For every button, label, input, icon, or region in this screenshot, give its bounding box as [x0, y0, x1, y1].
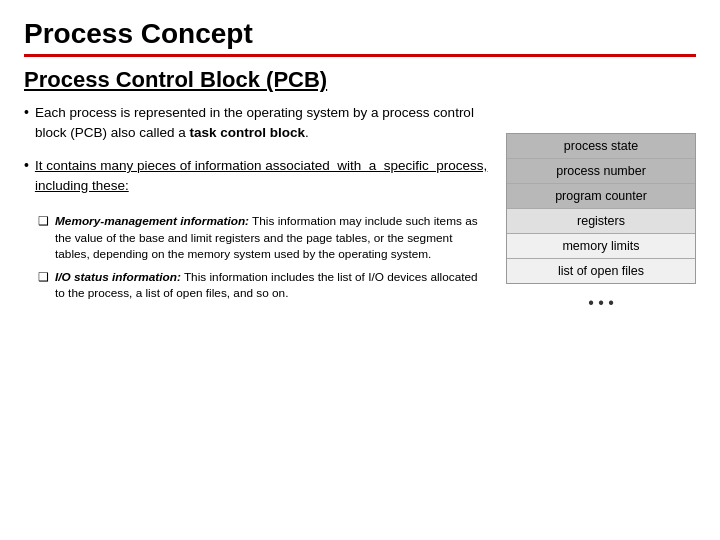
- sub-bullet-sym-2: ❑: [38, 270, 49, 284]
- pcb-dots: • • •: [506, 284, 696, 322]
- pcb-diagram: process state process number program cou…: [506, 133, 696, 322]
- bullet-2: • It contains many pieces of information…: [24, 156, 490, 195]
- main-title: Process Concept: [24, 18, 696, 50]
- red-divider: [24, 54, 696, 57]
- bullet-1-text: Each process is represented in the opera…: [35, 103, 490, 142]
- bullet-1: • Each process is represented in the ope…: [24, 103, 490, 142]
- content-area: • Each process is represented in the ope…: [24, 103, 696, 528]
- pcb-row-memory: memory limits: [507, 234, 695, 259]
- pcb-row-state: process state: [507, 134, 695, 159]
- pcb-row-number: process number: [507, 159, 695, 184]
- bullet-symbol-1: •: [24, 104, 29, 120]
- pcb-row-openfiles: list of open files: [507, 259, 695, 283]
- sub-bullet-2-label: I/O status information:: [55, 270, 181, 284]
- bold-task-control-block: task control block: [189, 125, 305, 140]
- pcb-table: process state process number program cou…: [506, 133, 696, 284]
- pcb-row-counter: program counter: [507, 184, 695, 209]
- page: Process Concept Process Control Block (P…: [0, 0, 720, 540]
- sub-bullet-1-text: Memory-management information: This info…: [55, 213, 490, 263]
- sub-bullet-sym-1: ❑: [38, 214, 49, 228]
- bullet-symbol-2: •: [24, 157, 29, 173]
- pcb-row-registers: registers: [507, 209, 695, 234]
- sub-bullets: ❑ Memory-management information: This in…: [38, 213, 490, 302]
- sub-bullet-2: ❑ I/O status information: This informati…: [38, 269, 490, 302]
- sub-bullet-1: ❑ Memory-management information: This in…: [38, 213, 490, 263]
- section-title: Process Control Block (PCB): [24, 67, 696, 93]
- left-column: • Each process is represented in the ope…: [24, 103, 490, 528]
- sub-bullet-1-label: Memory-management information:: [55, 214, 249, 228]
- bullet-2-text: It contains many pieces of information a…: [35, 156, 490, 195]
- sub-bullet-2-text: I/O status information: This information…: [55, 269, 490, 302]
- bullet-2-underline: It contains many pieces of information a…: [35, 158, 487, 193]
